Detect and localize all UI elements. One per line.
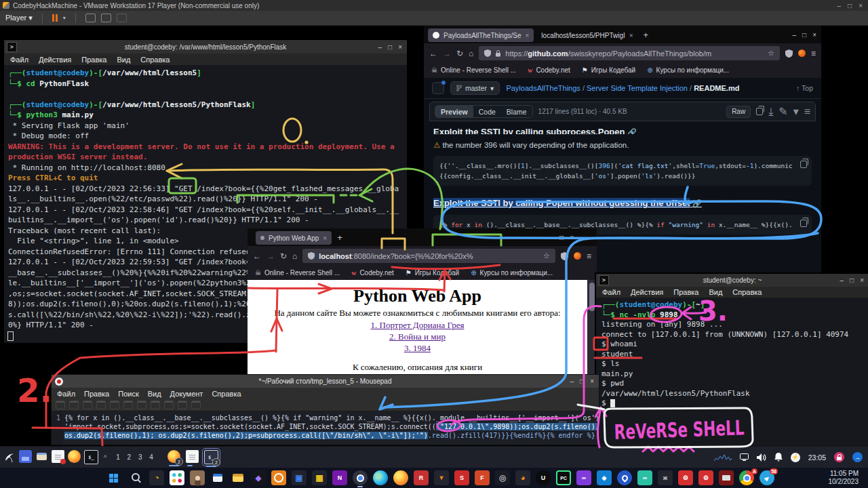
edit-icon[interactable]: [778, 105, 787, 118]
terminal-launcher-icon[interactable]: [84, 450, 98, 464]
app-teal-icon[interactable]: ∞: [637, 470, 652, 485]
url-text[interactable]: localhost:8080/index?book={%%20for%20x%: [319, 252, 473, 260]
chrome-profile-icon[interactable]: A: [739, 470, 754, 485]
bookmark-item[interactable]: Codeby.net: [351, 269, 394, 277]
recorder-icon[interactable]: [719, 470, 734, 485]
virtualbox-icon[interactable]: [292, 470, 307, 485]
protections-shield-icon[interactable]: [785, 49, 793, 58]
toolbar-icon[interactable]: [191, 401, 201, 409]
file-view-tab[interactable]: Preview: [435, 106, 473, 117]
toolbar-icon[interactable]: [178, 401, 187, 409]
onenote-icon[interactable]: N: [332, 470, 347, 485]
game-icon[interactable]: ж: [658, 470, 673, 485]
clock-app-icon[interactable]: [271, 470, 286, 485]
app-menu-icon[interactable]: [811, 49, 816, 58]
terminal-task-icon[interactable]: 2: [204, 450, 218, 464]
toolbar-icon[interactable]: [151, 401, 160, 409]
firefox-task-icon[interactable]: 2: [167, 450, 180, 463]
pause-dropdown[interactable]: ▾: [63, 15, 66, 21]
book-link[interactable]: 2. Война и мир: [248, 331, 587, 342]
power-manager-icon[interactable]: ⚡: [791, 453, 800, 462]
extension-icon[interactable]: [798, 49, 806, 57]
gear-app2-icon[interactable]: ⚙: [698, 470, 713, 485]
tab-close-icon[interactable]: ×: [629, 32, 633, 39]
back-button[interactable]: [253, 251, 261, 261]
menu-item[interactable]: Действия: [631, 288, 663, 296]
sublime-icon[interactable]: S: [454, 470, 469, 485]
bookmark-item[interactable]: Online - Reverse Shell ...: [255, 269, 340, 277]
toolbar-icon[interactable]: [164, 401, 174, 409]
slack-icon[interactable]: [170, 470, 184, 485]
book-link[interactable]: 3. 1984: [248, 343, 587, 354]
host-close-button[interactable]: [859, 2, 863, 9]
workspace-switcher[interactable]: 1 2 3 4: [116, 453, 156, 461]
player-menu[interactable]: Player ▾: [5, 14, 33, 22]
heading-popen-offset[interactable]: Exploit the SSTI by calling Popen withou…: [433, 198, 702, 208]
panel-expand-icon[interactable]: ^: [104, 454, 106, 461]
terminal1-titlebar[interactable]: > student@codeby: /var/www/html/lesson5/…: [4, 40, 407, 54]
pycharm-icon[interactable]: PC: [556, 470, 571, 485]
speedtest-icon[interactable]: [149, 470, 164, 485]
toolbar-icon[interactable]: [110, 401, 119, 409]
menu-item[interactable]: Справка: [732, 288, 762, 296]
host-minimize-button[interactable]: [837, 2, 842, 9]
maximize-button[interactable]: [802, 31, 806, 39]
menu-item[interactable]: Вид: [117, 56, 130, 64]
fullscreen-button[interactable]: [101, 14, 111, 22]
media-app-icon[interactable]: R: [414, 470, 429, 485]
pause-vm-button[interactable]: [52, 14, 58, 22]
minimize-button[interactable]: [550, 234, 554, 241]
toolbar-icon[interactable]: [56, 401, 65, 409]
firefox-webapp-window[interactable]: Python Web App × + localhost:8080/index?…: [248, 228, 597, 380]
bookmark-item[interactable]: Курсы по информаци...: [471, 269, 553, 277]
back-to-top-link[interactable]: ↑ Top: [796, 84, 813, 92]
breadcrumb[interactable]: PayloadsAllTheThings / Server Side Templ…: [506, 84, 739, 92]
lens-icon[interactable]: [495, 470, 510, 485]
branch-selector[interactable]: master ▾: [450, 81, 500, 95]
display-icon[interactable]: [740, 453, 749, 461]
url-bar[interactable]: https://github.com/swisskyrepo/PayloadsA…: [479, 46, 780, 60]
terminal2-titlebar[interactable]: > student@codeby: ~: [596, 274, 868, 287]
toolbar-icon[interactable]: [96, 401, 106, 409]
notifications-bell-icon[interactable]: [774, 453, 783, 462]
toolbar-icon[interactable]: [83, 401, 92, 409]
firefox-icon[interactable]: [393, 470, 408, 485]
bookmark-item[interactable]: Игры Кодебай: [582, 66, 635, 74]
url-text[interactable]: https://github.com/swisskyrepo/PayloadsA…: [505, 49, 711, 58]
file-tree-toggle-icon[interactable]: [432, 82, 444, 94]
menu-item[interactable]: Поиск: [118, 390, 138, 398]
book-link[interactable]: 1. Портрет Дориана Грея: [248, 320, 587, 331]
tab-localhost-phptwig[interactable]: localhost/lesson5/PHPTwigI ×: [536, 28, 637, 42]
search-icon[interactable]: [129, 470, 144, 485]
word-f-icon[interactable]: F: [475, 470, 490, 485]
tab-close-icon[interactable]: ×: [323, 235, 327, 242]
bookmark-item[interactable]: Online - Reverse Shell ...: [431, 66, 516, 74]
reload-button[interactable]: [280, 251, 287, 261]
menu-item[interactable]: Действия: [39, 56, 71, 64]
forward-button[interactable]: [443, 49, 451, 58]
photos-icon[interactable]: [190, 470, 205, 485]
bookmark-item[interactable]: Codeby.net: [528, 66, 570, 74]
chrome-icon[interactable]: [353, 470, 368, 485]
extension-icon[interactable]: [574, 252, 581, 260]
forward-button[interactable]: [267, 251, 275, 261]
obsidian-icon[interactable]: [251, 470, 266, 485]
close-button[interactable]: [570, 234, 574, 241]
shield-icon[interactable]: [484, 49, 491, 57]
bookmark-star-icon[interactable]: [768, 49, 774, 58]
mousepad-window[interactable]: *~/Рабочий стол/tmp_lesson_5 - Mousepad …: [51, 374, 599, 445]
outline-icon[interactable]: [804, 106, 810, 118]
bookmark-star-icon[interactable]: [543, 251, 550, 260]
menu-item[interactable]: Вид: [148, 390, 161, 398]
kali-menu-icon[interactable]: [3, 451, 16, 464]
back-button[interactable]: [429, 49, 437, 58]
mousepad-launcher-icon[interactable]: [52, 450, 64, 463]
payload-editor[interactable]: {% for x in ().__class__.__base__.__subc…: [62, 411, 599, 445]
start-icon[interactable]: [108, 470, 123, 485]
toolbar-icon[interactable]: [123, 401, 133, 409]
menu-item[interactable]: Правка: [81, 56, 106, 64]
home-button[interactable]: [469, 49, 473, 58]
menu-item[interactable]: Файл: [10, 56, 28, 64]
mousepad-titlebar[interactable]: *~/Рабочий стол/tmp_lesson_5 - Mousepad: [52, 375, 599, 388]
telegram-icon[interactable]: 58: [760, 470, 774, 485]
